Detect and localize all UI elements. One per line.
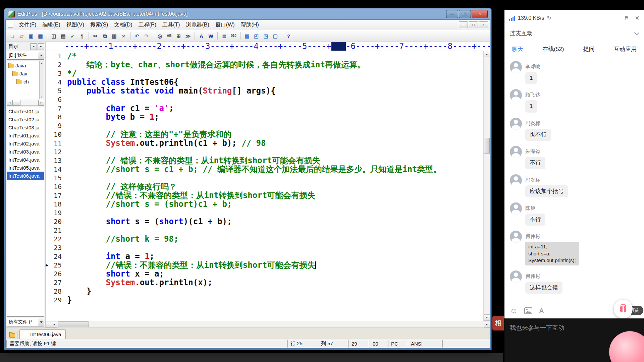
file-filter-arrow[interactable] bbox=[38, 318, 44, 326]
toolbar-help-button[interactable]: ? bbox=[284, 32, 293, 40]
vscroll-track[interactable] bbox=[484, 57, 490, 314]
toolbar-font-button[interactable]: A bbox=[197, 32, 206, 40]
toolbar-paste-button[interactable]: ▥ bbox=[110, 32, 119, 40]
toolbar-print-button[interactable]: ▤ bbox=[59, 32, 68, 40]
toolbar-line-number-button[interactable]: ≣ bbox=[220, 32, 229, 40]
file-item-CharTest03.ja[interactable]: CharTest03.ja bbox=[7, 123, 44, 131]
toolbar-new-file-button[interactable]: □ bbox=[8, 32, 17, 40]
toolbar-save-button[interactable]: ▣ bbox=[26, 32, 36, 40]
toolbar-view-in-browser-button[interactable]: ◰ bbox=[252, 32, 261, 40]
scroll-down-icon[interactable]: ▼ bbox=[484, 314, 490, 321]
scroll-right-icon[interactable]: ► bbox=[484, 321, 490, 327]
toolbar-delete-button[interactable]: × bbox=[119, 32, 128, 40]
toolbar-redo-button[interactable]: ↷ bbox=[142, 32, 151, 40]
title-bar[interactable]: EditPlus - [D:\course\JavaProjects\02-Ja… bbox=[5, 8, 490, 19]
menu-item-3[interactable]: 搜索(S) bbox=[87, 20, 111, 29]
toolbar-undo-button[interactable]: ↶ bbox=[132, 32, 142, 40]
menu-item-1[interactable]: 编辑(E) bbox=[39, 20, 63, 29]
scroll-right-icon[interactable]: ► bbox=[38, 100, 44, 106]
toolbar-open-file-button[interactable]: ▱ bbox=[17, 32, 26, 40]
file-item-IntTest06.java[interactable]: IntTest06.java bbox=[7, 172, 44, 180]
toolbar-spell-check-button[interactable]: ✓ bbox=[68, 32, 77, 40]
tree-hscrollbar[interactable]: ◄ ► bbox=[7, 100, 44, 106]
emoji-icon[interactable]: ☺ bbox=[510, 307, 518, 315]
document-tab[interactable]: IntTest06.java bbox=[19, 329, 66, 339]
file-item-IntTest03.java[interactable]: IntTest03.java bbox=[7, 147, 44, 156]
file-list[interactable]: CharTest01.jaCharTest02.jaCharTest03.jaI… bbox=[7, 107, 44, 317]
chat-messages[interactable]: 李邓峻1顾飞达1冯炎标也不行朱海铧不行冯炎标应该加个括号陈庚不行何伟彬int a… bbox=[504, 57, 644, 303]
toolbar-replace-button[interactable]: AB bbox=[165, 32, 174, 40]
horizontal-scrollbar[interactable]: ◄ ► bbox=[46, 321, 490, 327]
file-item-IntTest05.java[interactable]: IntTest05.java bbox=[7, 164, 44, 172]
side-tab[interactable]: 相 bbox=[492, 316, 504, 330]
tree-hscroll-track[interactable] bbox=[20, 100, 38, 106]
tree-hscroll-thumb[interactable] bbox=[13, 100, 20, 106]
vscroll-thumb[interactable] bbox=[484, 138, 490, 154]
menu-item-7[interactable]: 浏览器(B) bbox=[183, 20, 212, 29]
toolbar-indent-button[interactable]: ≫ bbox=[183, 32, 193, 40]
toolbar-format-button[interactable]: ¶ bbox=[77, 32, 87, 40]
maximize-button[interactable]: □ bbox=[459, 10, 471, 18]
file-item-CharTest02.ja[interactable]: CharTest02.ja bbox=[7, 115, 44, 123]
split-box[interactable] bbox=[46, 321, 51, 327]
toolbar-cut-button[interactable]: ✂ bbox=[91, 32, 100, 40]
tree-item-Java[interactable]: Java bbox=[7, 61, 44, 69]
close-button[interactable]: × bbox=[472, 10, 488, 18]
toolbar-encoding-button[interactable]: ⊞ bbox=[174, 32, 183, 40]
toolbar-fullscreen-button[interactable]: ▢ bbox=[271, 32, 280, 40]
chat-tab-2[interactable]: 提问 bbox=[583, 45, 595, 53]
file-item-IntTest01.java[interactable]: IntTest01.java bbox=[7, 131, 44, 139]
toolbar-browser-button[interactable]: ▧ bbox=[243, 32, 252, 40]
toolbar-split-window-button[interactable]: ◳ bbox=[261, 32, 270, 40]
scroll-up-icon[interactable]: ▲ bbox=[484, 51, 490, 57]
close-icon[interactable]: × bbox=[635, 14, 639, 22]
drive-select-arrow[interactable] bbox=[38, 51, 44, 59]
menu-item-6[interactable]: 工具(T) bbox=[159, 20, 183, 29]
chat-input-area[interactable]: 我也来参与一下互动 bbox=[504, 318, 644, 362]
menu-item-8[interactable]: 窗口(W) bbox=[212, 20, 238, 29]
menu-item-9[interactable]: 帮助(H) bbox=[238, 20, 262, 29]
file-item-IntTest04.java[interactable]: IntTest04.java bbox=[7, 156, 44, 164]
scroll-left-icon[interactable]: ◄ bbox=[51, 321, 57, 327]
toolbar-word-wrap-button[interactable]: W bbox=[206, 32, 215, 40]
drive-select[interactable]: [D:] 软件 bbox=[7, 51, 44, 60]
tree-item-ch[interactable]: ch bbox=[7, 77, 44, 85]
vertical-scrollbar[interactable]: ▲ ▼ bbox=[483, 51, 490, 321]
toolbar-print-preview-button[interactable]: ◫ bbox=[49, 32, 58, 40]
toolbar-find-button[interactable]: ◎ bbox=[155, 32, 164, 40]
menu-item-0[interactable]: 文件(F) bbox=[16, 20, 39, 29]
toolbar-copy-button[interactable]: ⧉ bbox=[100, 32, 109, 40]
chat-tab-1[interactable]: 在线(52) bbox=[542, 45, 564, 53]
folder-tree[interactable]: ▲ ▼ JavaJavch bbox=[7, 61, 44, 99]
toolbar-save-all-button[interactable]: ▦ bbox=[36, 32, 45, 40]
chat-tab-3[interactable]: 互动应用 bbox=[614, 45, 637, 53]
tree-scrollbar[interactable]: ▲ ▼ bbox=[39, 61, 44, 99]
file-item-IntTest02.java[interactable]: IntTest02.java bbox=[7, 139, 44, 147]
scroll-left-icon[interactable]: ◄ bbox=[7, 100, 13, 106]
pin-icon[interactable]: ⚑ bbox=[624, 15, 629, 21]
font-icon[interactable]: A bbox=[539, 307, 544, 314]
file-item-CharTest01.ja[interactable]: CharTest01.ja bbox=[7, 107, 44, 115]
mic-interaction-section[interactable]: 连麦互动 bbox=[504, 26, 644, 41]
file-filter-select[interactable]: 所有文件 (* bbox=[7, 318, 44, 326]
code-editor[interactable]: 1/*2 结论：byte、char、short做混合运算的时候，各自先转换成in… bbox=[46, 51, 483, 321]
chat-tab-0[interactable]: 聊天 bbox=[512, 45, 523, 53]
mdi-restore-button[interactable]: □ bbox=[469, 21, 478, 28]
minimize-button[interactable]: ─ bbox=[446, 10, 458, 18]
refresh-icon[interactable]: ↻ bbox=[547, 15, 551, 21]
hscroll-track[interactable] bbox=[57, 321, 484, 327]
tree-item-Jav[interactable]: Jav bbox=[7, 69, 44, 77]
menu-item-4[interactable]: 文档(D) bbox=[111, 20, 135, 29]
sidebar-forward-button[interactable]: ► bbox=[38, 43, 44, 50]
menu-item-2[interactable]: 视图(V) bbox=[63, 20, 87, 29]
mdi-minimize-button[interactable]: ─ bbox=[459, 21, 468, 28]
folder-button[interactable] bbox=[7, 331, 17, 339]
hscroll-thumb[interactable] bbox=[58, 321, 89, 327]
image-icon[interactable] bbox=[524, 307, 532, 314]
chat-input[interactable]: 我也来参与一下互动 bbox=[510, 324, 639, 332]
scroll-down-icon[interactable]: ▼ bbox=[41, 96, 43, 98]
scroll-up-icon[interactable]: ▲ bbox=[41, 62, 43, 64]
toolbar-hex-view-button[interactable]: 010 bbox=[229, 32, 238, 40]
menu-item-5[interactable]: 工程(P) bbox=[136, 20, 159, 29]
sidebar-back-button[interactable]: ◄ bbox=[30, 43, 37, 50]
